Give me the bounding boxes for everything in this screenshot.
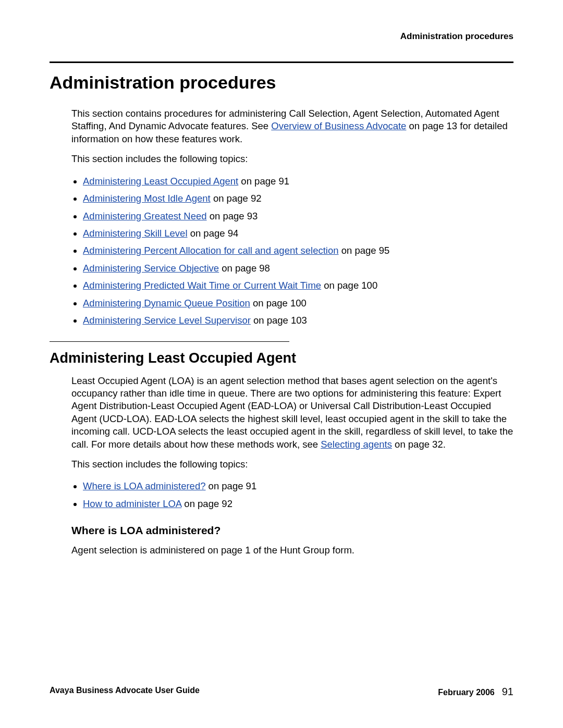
list-item-tail: on page 91 (238, 176, 289, 187)
list-item-tail: on page 94 (188, 228, 239, 239)
sub-body: Least Occupied Agent (LOA) is an agent s… (71, 375, 513, 557)
link-where-is-loa-administered[interactable]: Where is LOA administered? (83, 480, 205, 491)
list-item-tail: on page 103 (251, 315, 307, 326)
sub-topics-list: Where is LOA administered? on page 91 Ho… (71, 478, 513, 512)
sub-topics-lead: This section includes the following topi… (71, 458, 513, 471)
list-item-tail: on page 100 (321, 280, 377, 291)
sub-rule (50, 341, 289, 342)
list-item-tail: on page 100 (250, 298, 307, 309)
list-item: How to administer LOA on page 92 (83, 496, 513, 512)
footer: Avaya Business Advocate User Guide Febru… (50, 686, 513, 698)
section-title: Administration procedures (50, 72, 513, 93)
list-item-tail: on page 92 (181, 498, 232, 509)
intro-paragraph: This section contains procedures for adm… (71, 107, 513, 145)
list-item-tail: on page 91 (205, 480, 256, 491)
link-how-to-administer-loa[interactable]: How to administer LOA (83, 498, 181, 509)
link-administering-skill-level[interactable]: Administering Skill Level (83, 228, 188, 239)
list-item: Administering Least Occupied Agent on pa… (83, 173, 513, 189)
footer-page-number: 91 (502, 686, 513, 697)
topics-list: Administering Least Occupied Agent on pa… (71, 173, 513, 329)
link-administering-least-occupied-agent[interactable]: Administering Least Occupied Agent (83, 176, 238, 187)
subsection-title: Administering Least Occupied Agent (50, 350, 513, 366)
topics-lead: This section includes the following topi… (71, 153, 513, 165)
subsub-paragraph: Agent selection is administered on page … (71, 544, 513, 557)
footer-right: February 200691 (438, 686, 513, 698)
list-item: Administering Most Idle Agent on page 92 (83, 190, 513, 206)
running-head: Administration procedures (50, 31, 513, 42)
loa-post: on page 32. (392, 439, 446, 450)
list-item-tail: on page 95 (339, 245, 390, 256)
list-item: Administering Skill Level on page 94 (83, 225, 513, 241)
list-item-tail: on page 98 (219, 263, 270, 274)
link-administering-dynamic-queue-position[interactable]: Administering Dynamic Queue Position (83, 298, 250, 309)
subsubsection-title: Where is LOA administered? (71, 524, 513, 537)
footer-left: Avaya Business Advocate User Guide (50, 686, 200, 698)
body: This section contains procedures for adm… (71, 107, 513, 329)
list-item: Administering Service Objective on page … (83, 260, 513, 276)
top-rule (50, 61, 513, 63)
list-item-tail: on page 93 (207, 211, 258, 221)
loa-pre: Least Occupied Agent (LOA) is an agent s… (71, 375, 513, 450)
list-item: Where is LOA administered? on page 91 (83, 478, 513, 494)
link-administering-most-idle-agent[interactable]: Administering Most Idle Agent (83, 193, 211, 204)
list-item: Administering Dynamic Queue Position on … (83, 295, 513, 311)
footer-date: February 2006 (438, 688, 495, 697)
list-item: Administering Predicted Wait Time or Cur… (83, 277, 513, 293)
list-item: Administering Service Level Supervisor o… (83, 312, 513, 328)
link-selecting-agents[interactable]: Selecting agents (321, 439, 392, 450)
link-administering-percent-allocation[interactable]: Administering Percent Allocation for cal… (83, 245, 339, 256)
list-item: Administering Greatest Need on page 93 (83, 208, 513, 224)
link-overview-business-advocate[interactable]: Overview of Business Advocate (271, 120, 406, 131)
list-item-tail: on page 92 (211, 193, 262, 204)
loa-paragraph: Least Occupied Agent (LOA) is an agent s… (71, 375, 513, 451)
link-administering-service-objective[interactable]: Administering Service Objective (83, 263, 219, 274)
link-administering-service-level-supervisor[interactable]: Administering Service Level Supervisor (83, 315, 251, 326)
link-administering-greatest-need[interactable]: Administering Greatest Need (83, 211, 207, 221)
list-item: Administering Percent Allocation for cal… (83, 242, 513, 258)
page: Administration procedures Administration… (0, 0, 563, 728)
link-administering-predicted-wait-time[interactable]: Administering Predicted Wait Time or Cur… (83, 280, 321, 291)
